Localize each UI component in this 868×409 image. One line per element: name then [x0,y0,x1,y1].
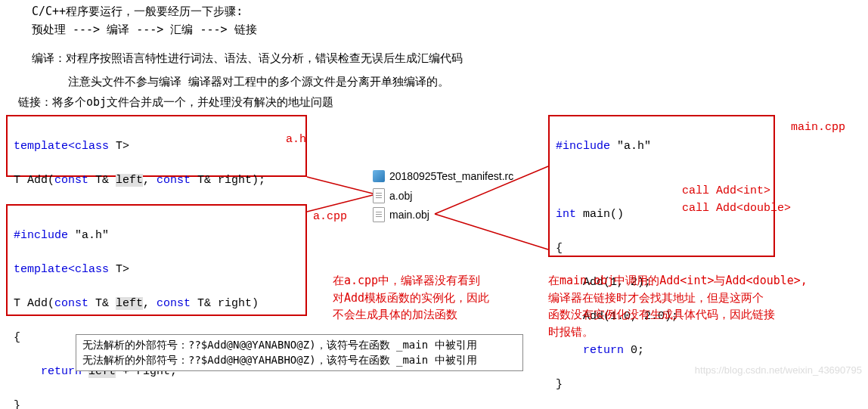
m-main: main() [576,208,624,221]
ah-right: T& right); [191,174,265,187]
ah-left: left [116,174,143,187]
ah-add1: T Add( [14,174,54,187]
acpp-label: a.cpp [313,210,347,223]
call-double: call Add<double> [682,202,791,215]
error-2: 无法解析的外部符号：??$Add@H@@YAHABHO@Z)，该符号在函数 _m… [82,353,516,368]
note-a-3: 不会生成具体的加法函数 [333,306,489,324]
note-main-3: 函数没有实例化没有生成具体代码，因此链接 [548,306,808,324]
call-int: call Add<int> [682,184,770,197]
ah-template: template< [14,140,75,153]
note-main: 在main.obj中调用的Add<int>与Add<double>, 编译器在链… [548,272,808,340]
acpp-cb: } [14,399,20,410]
intro-compile: 编译：对程序按照语言特性进行词法、语法、语义分析，错误检查无误后生成汇编代码 [32,51,463,66]
svg-line-0 [307,177,373,194]
file-rc: 20180925Test_manifest.rc [373,170,513,182]
acpp-box: #include "a.h" template<class T> T Add(c… [6,204,307,316]
file-mainobj-name: main.obj [389,209,429,221]
m-cb: } [556,378,563,391]
ah-template3: T> [109,140,129,153]
note-a-2: 对Add模板函数的实例化，因此 [333,290,489,307]
m-incl: #include [556,140,617,153]
m-ob: { [556,242,563,255]
acpp-incl: #include [14,229,75,242]
obj-icon [373,188,385,203]
error-box: 无法解析的外部符号：??$Add@N@@YANABNO@Z)，该符号在函数 _m… [76,334,523,371]
acpp-comma: , [143,297,157,310]
note-main-2: 编译器在链接时才会找其地址，但是这两个 [548,290,808,307]
ah-box: template<class T> T Add(const T& left, c… [6,115,307,177]
intro-line1: C/C++程序要运行，一般要经历一下步骤: [32,5,243,19]
rc-icon [373,170,385,182]
file-aobj: a.obj [373,188,412,203]
ah-const2: const [157,174,191,187]
note-a-1: 在a.cpp中，编译器没有看到 [333,272,489,290]
note-a: 在a.cpp中，编译器没有看到 对Add模板函数的实例化，因此 不会生成具体的加… [333,272,489,324]
ah-template2: class [75,140,109,153]
acpp-left1: left [116,297,143,310]
m-hdr: "a.h" [617,140,651,153]
obj-icon2 [373,207,385,222]
acpp-hdr: "a.h" [75,229,109,242]
acpp-tr1: T& [88,297,116,310]
acpp-class: class [75,263,109,276]
m-zero: 0; [624,344,644,357]
ah-label: a.h [286,133,306,146]
acpp-add1: T Add( [14,297,54,310]
acpp-const2: const [157,297,191,310]
m-int: int [556,208,576,221]
file-aobj-name: a.obj [389,190,412,202]
acpp-const1: const [54,297,88,310]
watermark: https://blog.csdn.net/weixin_43690795 [695,364,862,376]
acpp-ob: { [14,331,20,344]
note-main-4: 时报错。 [548,324,808,341]
svg-line-3 [435,214,548,249]
intro-link: 链接：将多个obj文件合并成一个，并处理没有解决的地址问题 [18,95,333,110]
ah-tref1: T& [88,174,116,187]
file-mainobj: main.obj [373,207,429,222]
maincpp-label: main.cpp [791,121,845,134]
svg-line-1 [307,195,373,212]
error-1: 无法解析的外部符号：??$Add@N@@YANABNO@Z)，该符号在函数 _m… [82,338,516,353]
file-rc-name: 20180925Test_manifest.rc [389,170,513,182]
intro-line2: 预处理 ---> 编译 ---> 汇编 ---> 链接 [32,23,257,37]
acpp-tmpl: template< [14,263,75,276]
acpp-t: T> [109,263,129,276]
intro-note: 注意头文件不参与编译 编译器对工程中的多个源文件是分离开单独编译的。 [68,75,449,89]
m-return: return [583,344,624,357]
acpp-tr2: T& right) [191,297,259,310]
ah-comma: , [143,174,157,187]
acpp-indent [14,365,41,378]
note-main-1: 在main.obj中调用的Add<int>与Add<double>, [548,272,808,290]
m-ind [556,344,583,357]
ah-const1: const [54,174,88,187]
